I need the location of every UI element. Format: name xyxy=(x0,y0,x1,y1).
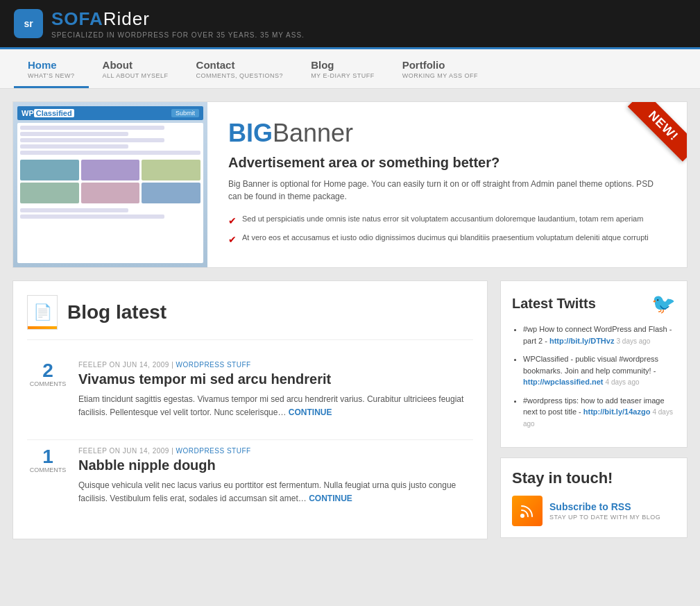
banner-bullet-2: ✔ At vero eos et accusamus et iusto odio… xyxy=(228,233,666,247)
blog-post-meta-left: 1 COMMENTS xyxy=(27,447,69,505)
banner-subtitle: Advertisement area or something better? xyxy=(228,155,666,171)
blog-post-1-content: FEELEP ON JUN 14, 2009 | WORDPRESS STUFF… xyxy=(78,361,473,419)
post-1-title: Vivamus tempor mi sed arcu hendrerit xyxy=(78,371,473,387)
sidebar: Latest Twitts 🐦 #wp How to connect WordP… xyxy=(500,280,688,539)
post-2-meta: FEELEP ON JUN 14, 2009 | WORDPRESS STUFF xyxy=(78,447,473,455)
stay-touch-box: Stay in touch! Subscribe to RSS STAY UP … xyxy=(500,457,688,538)
rss-text-area: Subscribe to RSS STAY UP TO DATE WITH MY… xyxy=(549,501,660,521)
tagline: SPECIALIZED IN WORDPRESS FOR OVER 35 YEA… xyxy=(51,31,305,39)
banner-bullet-1: ✔ Sed ut perspiciatis unde omnis iste na… xyxy=(228,214,666,228)
nav-item-about[interactable]: About ALL ABOUT MYSELF xyxy=(89,49,182,88)
banner-image: WPClassified Submit xyxy=(13,102,207,267)
blog-icon: 📄 xyxy=(27,295,58,330)
site-header: sr SOFARider SPECIALIZED IN WORDPRESS FO… xyxy=(0,0,700,47)
twitter-item: #wp How to connect WordPress and Flash -… xyxy=(523,323,676,346)
banner-title: BIGBanner xyxy=(228,119,666,148)
svg-point-0 xyxy=(520,514,524,518)
logo-text: SOFARider xyxy=(51,8,305,30)
nav-item-home[interactable]: Home WHAT'S NEW? xyxy=(14,49,89,88)
nav-item-blog[interactable]: Blog MY E-DIARY STUFF xyxy=(297,49,389,88)
banner-content: BIGBanner Advertisement area or somethin… xyxy=(207,102,687,267)
blog-post: 2 COMMENTS FEELEP ON JUN 14, 2009 | WORD… xyxy=(27,354,473,419)
rss-row: Subscribe to RSS STAY UP TO DATE WITH MY… xyxy=(512,496,676,526)
blog-post-meta-left: 2 COMMENTS xyxy=(27,361,69,419)
post-1-meta: FEELEP ON JUN 14, 2009 | WORDPRESS STUFF xyxy=(78,361,473,369)
banner-section: WPClassified Submit xyxy=(12,101,688,268)
rss-icon xyxy=(512,496,543,526)
nav-item-contact[interactable]: Contact COMMENTS, QUESTIONS? xyxy=(182,49,298,88)
nav-item-portfolio[interactable]: Portfolio WORKING MY ASS OFF xyxy=(389,49,492,88)
post-2-excerpt: Quisque vehicula velit nec lacus varius … xyxy=(78,479,473,505)
bottom-section: 📄 Blog latest 2 COMMENTS FEELEP ON JUN 1… xyxy=(12,280,688,539)
blog-header: 📄 Blog latest xyxy=(27,295,473,340)
banner-desc: Big Banner is optional for Home page. Yo… xyxy=(228,178,666,203)
blog-post-2-content: FEELEP ON JUN 14, 2009 | WORDPRESS STUFF… xyxy=(78,447,473,505)
checkmark-icon: ✔ xyxy=(228,233,237,247)
new-ribbon: NEW! xyxy=(617,102,687,171)
blog-title: Blog latest xyxy=(67,301,167,323)
twitter-box-title: Latest Twitts 🐦 xyxy=(512,292,676,315)
logo-area: SOFARider SPECIALIZED IN WORDPRESS FOR O… xyxy=(51,8,305,39)
stay-touch-title: Stay in touch! xyxy=(512,469,676,487)
post-1-excerpt: Etiam tincidunt sagittis egestas. Vivamu… xyxy=(78,393,473,419)
main-nav: Home WHAT'S NEW? About ALL ABOUT MYSELF … xyxy=(0,47,700,89)
twitter-list: #wp How to connect WordPress and Flash -… xyxy=(512,323,676,429)
checkmark-icon: ✔ xyxy=(228,214,237,228)
twitter-box: Latest Twitts 🐦 #wp How to connect WordP… xyxy=(500,280,688,448)
blog-post: 1 COMMENTS FEELEP ON JUN 14, 2009 | WORD… xyxy=(27,439,473,505)
blog-section: 📄 Blog latest 2 COMMENTS FEELEP ON JUN 1… xyxy=(12,280,488,539)
twitter-item: WPClassified - public visual #wordpress … xyxy=(523,353,676,388)
twitter-bird-icon: 🐦 xyxy=(651,292,676,315)
twitter-item: #wordpress tips: how to add teaser image… xyxy=(523,395,676,430)
post-2-title: Nabble nipple dough xyxy=(78,457,473,473)
logo-icon: sr xyxy=(14,9,43,38)
